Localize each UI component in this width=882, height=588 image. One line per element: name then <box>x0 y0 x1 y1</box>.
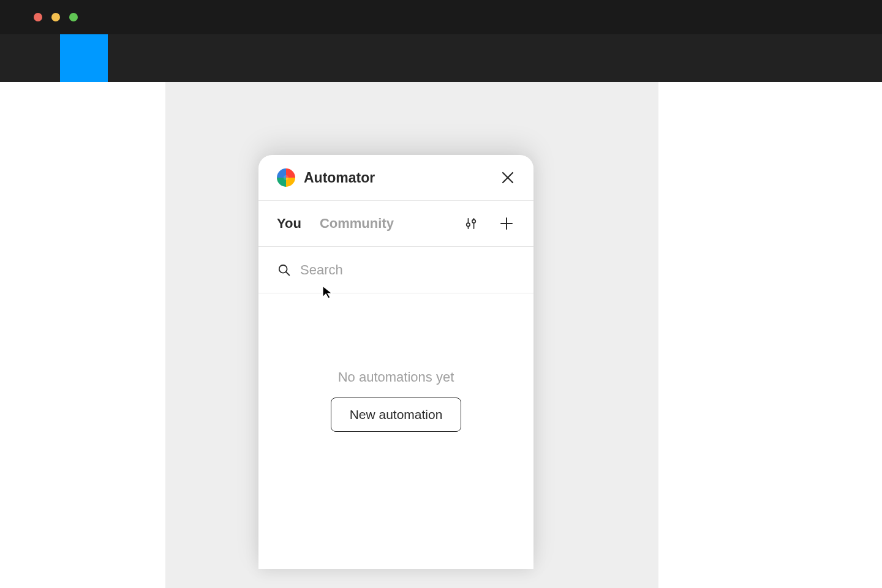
add-button[interactable] <box>498 215 515 232</box>
sliders-icon <box>464 216 478 231</box>
empty-state-message: No automations yet <box>338 369 454 385</box>
svg-line-13 <box>286 271 290 275</box>
window-minimize-icon[interactable] <box>51 13 60 21</box>
svg-point-1 <box>284 175 288 180</box>
window-maximize-icon[interactable] <box>69 13 78 21</box>
active-tool-accent[interactable] <box>60 34 108 82</box>
content-area: No automations yet New automation <box>258 293 533 569</box>
svg-point-9 <box>472 220 476 224</box>
tabs-row: You Community <box>258 201 533 247</box>
panel-title: Automator <box>304 170 500 186</box>
automator-logo-icon <box>277 168 295 187</box>
cursor-icon <box>321 285 336 300</box>
close-button[interactable] <box>500 170 515 185</box>
tab-you[interactable]: You <box>277 216 301 232</box>
svg-point-6 <box>467 223 470 227</box>
plus-icon <box>499 216 514 231</box>
automator-panel: Automator You Community <box>258 155 533 569</box>
panel-header: Automator <box>258 155 533 201</box>
settings-button[interactable] <box>462 215 480 232</box>
title-bar <box>0 0 882 34</box>
new-automation-button[interactable]: New automation <box>331 398 462 432</box>
close-icon <box>500 170 515 185</box>
search-row <box>258 247 533 293</box>
traffic-lights <box>34 13 78 21</box>
window-close-icon[interactable] <box>34 13 42 21</box>
tab-community[interactable]: Community <box>320 216 394 232</box>
search-input[interactable] <box>300 262 515 278</box>
search-icon <box>277 263 292 277</box>
toolbar-strip <box>0 34 882 82</box>
